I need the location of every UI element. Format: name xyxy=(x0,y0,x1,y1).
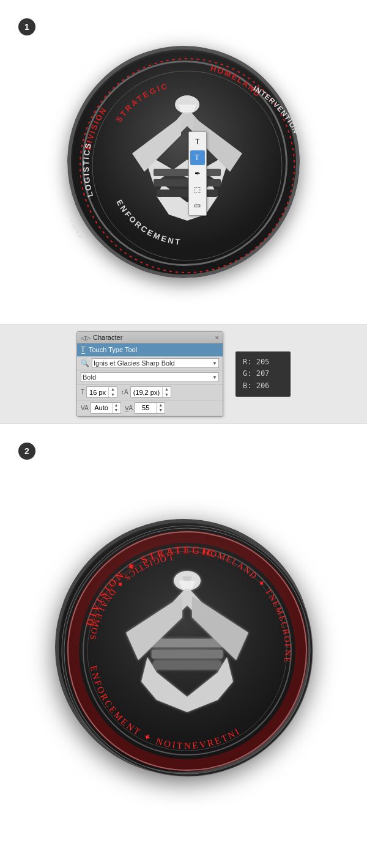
style-select[interactable]: Bold xyxy=(81,372,219,382)
toolbar-select-icon[interactable]: ⬚ xyxy=(190,182,205,197)
svg-text:INTERVENTION: INTERVENTION xyxy=(252,84,301,135)
tracking-spinbox[interactable]: Auto ▲ ▼ xyxy=(91,402,121,414)
panel-arrows[interactable]: ◁▷ xyxy=(81,334,91,341)
font-select[interactable]: Ignis et Glacies Sharp Bold xyxy=(92,358,219,368)
kerning-group: V̲A 55 ▲ ▼ xyxy=(125,402,166,414)
line-height-down[interactable]: ▼ xyxy=(163,392,171,397)
line-height-up[interactable]: ▲ xyxy=(163,387,171,392)
line-height-arrows[interactable]: ▲ ▼ xyxy=(162,387,171,397)
circular-text-svg: STRATEGIC DIVISION LOGISTICS ENFORCEMENT xyxy=(71,50,303,282)
color-swatch: R: 205 G: 207 B: 206 xyxy=(235,351,291,397)
svg-marker-14 xyxy=(178,105,196,112)
panel-title-label: Character xyxy=(93,334,122,341)
line-height-group: ↕A (19,2 px) ▲ ▼ xyxy=(121,386,171,398)
shield-svg-2: DIVISION ✦ STRATEGIC ENFORCEMENT ✦ NOITN… xyxy=(59,523,316,779)
kerning-value: 55 xyxy=(135,403,156,412)
font-select-wrapper[interactable]: Ignis et Glacies Sharp Bold ▼ xyxy=(92,358,219,368)
line-height-icon: ↕A xyxy=(121,389,128,395)
toolbar-type-icon[interactable]: T xyxy=(190,134,205,149)
line-height-spinbox[interactable]: (19,2 px) ▲ ▼ xyxy=(130,386,171,398)
svg-rect-32 xyxy=(152,650,223,658)
shield-outer-2: DIVISION ✦ STRATEGIC ENFORCEMENT ✦ NOITN… xyxy=(55,519,312,776)
section-1: 1 STRATEGIC DIVISION xyxy=(0,0,367,324)
tracking-down[interactable]: ▼ xyxy=(113,408,120,413)
svg-rect-19 xyxy=(157,189,218,197)
svg-rect-31 xyxy=(150,639,224,647)
font-size-arrows[interactable]: ▲ ▼ xyxy=(108,387,117,397)
panel-title-bar: ◁▷ Character × xyxy=(77,332,223,344)
font-size-group: T 16 px ▲ ▼ xyxy=(81,386,117,398)
line-height-value: (19,2 px) xyxy=(131,388,162,397)
svg-rect-18 xyxy=(154,179,221,186)
tracking-up[interactable]: ▲ xyxy=(113,403,120,408)
font-size-value: 16 px xyxy=(87,388,108,397)
tracking-group: VA Auto ▲ ▼ xyxy=(81,402,121,414)
svg-rect-17 xyxy=(154,169,221,176)
step-badge-1: 1 xyxy=(18,18,35,35)
kerning-icon: V̲A xyxy=(125,405,133,411)
panel-close-button[interactable]: × xyxy=(215,334,219,341)
shield-outer-ring: STRATEGIC DIVISION LOGISTICS ENFORCEMENT xyxy=(67,46,300,278)
panel-title-left: ◁▷ Character xyxy=(81,334,122,341)
font-size-up[interactable]: ▲ xyxy=(109,387,117,392)
kerning-up[interactable]: ▲ xyxy=(157,403,165,408)
floating-toolbar: T 𝕋 ✒ ⬚ ▭ xyxy=(188,131,207,216)
svg-rect-33 xyxy=(154,661,221,669)
kerning-spinbox[interactable]: 55 ▲ ▼ xyxy=(135,402,165,414)
kerning-down[interactable]: ▼ xyxy=(157,408,165,413)
svg-text:STRATEGIC: STRATEGIC xyxy=(114,81,169,124)
touch-type-label: Touch Type Tool xyxy=(89,346,137,353)
svg-text:LOGISTICS: LOGISTICS xyxy=(81,141,95,198)
shield-emblem-2: DIVISION ✦ STRATEGIC ENFORCEMENT ✦ NOITN… xyxy=(55,519,312,776)
toolbar-pen-icon[interactable]: ✒ xyxy=(190,166,205,181)
color-r: R: 205 xyxy=(243,356,283,368)
font-size-spinbox[interactable]: 16 px ▲ ▼ xyxy=(86,386,117,398)
color-g: G: 207 xyxy=(243,368,283,380)
font-style-row: Bold ▼ xyxy=(77,370,223,384)
kerning-arrows[interactable]: ▲ ▼ xyxy=(156,403,165,413)
tracking-icon: VA xyxy=(81,405,89,411)
metrics-row-1: T 16 px ▲ ▼ ↕A (19,2 px) ▲ ▼ xyxy=(77,384,223,400)
step-badge-2: 2 xyxy=(18,443,35,460)
touch-type-icon: T̲ xyxy=(81,345,85,354)
font-size-down[interactable]: ▼ xyxy=(109,392,117,397)
section-panel: ◁▷ Character × T̲ Touch Type Tool 🔍 Igni… xyxy=(0,325,367,423)
font-size-icon: T xyxy=(81,389,84,395)
character-panel: ◁▷ Character × T̲ Touch Type Tool 🔍 Igni… xyxy=(76,331,223,417)
section-3: 2 DIVISION ✦ STRATEGIC xyxy=(0,424,367,868)
style-select-wrapper[interactable]: Bold ▼ xyxy=(81,372,219,382)
touch-type-row: T̲ Touch Type Tool xyxy=(77,344,223,356)
shield-emblem-1: STRATEGIC DIVISION LOGISTICS ENFORCEMENT xyxy=(67,46,300,278)
color-b: B: 206 xyxy=(243,380,283,392)
tracking-value: Auto xyxy=(91,403,112,412)
toolbar-shape-icon[interactable]: ▭ xyxy=(190,198,205,213)
svg-text:HOMELAND: HOMELAND xyxy=(210,64,263,99)
search-icon: 🔍 xyxy=(81,359,89,367)
toolbar-touch-type-icon[interactable]: 𝕋 xyxy=(190,150,205,165)
metrics-row-2: VA Auto ▲ ▼ V̲A 55 ▲ ▼ xyxy=(77,400,223,416)
font-name-row: 🔍 Ignis et Glacies Sharp Bold ▼ xyxy=(77,356,223,370)
tracking-arrows[interactable]: ▲ ▼ xyxy=(112,403,120,413)
